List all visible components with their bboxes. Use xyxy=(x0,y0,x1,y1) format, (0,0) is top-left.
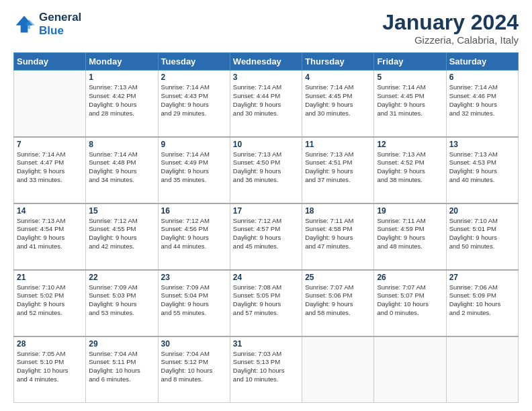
calendar-week-row-1: 1Sunrise: 7:13 AM Sunset: 4:42 PM Daylig… xyxy=(14,71,519,137)
day-number: 6 xyxy=(449,73,515,82)
calendar-cell: 29Sunrise: 7:04 AM Sunset: 5:11 PM Dayli… xyxy=(86,336,158,403)
calendar-cell: 21Sunrise: 7:10 AM Sunset: 5:02 PM Dayli… xyxy=(14,270,86,336)
day-number: 28 xyxy=(17,339,83,349)
day-number: 2 xyxy=(161,73,227,82)
calendar-cell: 1Sunrise: 7:13 AM Sunset: 4:42 PM Daylig… xyxy=(86,71,158,137)
day-info: Sunrise: 7:13 AM Sunset: 4:42 PM Dayligh… xyxy=(89,83,154,118)
day-number: 26 xyxy=(377,273,443,282)
col-saturday: Saturday xyxy=(446,53,518,71)
col-monday: Monday xyxy=(86,53,158,71)
calendar-table: Sunday Monday Tuesday Wednesday Thursday… xyxy=(13,52,519,403)
header: General Blue January 2024 Gizzeria, Cala… xyxy=(13,11,519,46)
logo-text: General Blue xyxy=(39,11,81,37)
calendar-cell: 14Sunrise: 7:13 AM Sunset: 4:54 PM Dayli… xyxy=(14,203,86,270)
calendar-cell: 27Sunrise: 7:06 AM Sunset: 5:09 PM Dayli… xyxy=(446,270,518,336)
day-info: Sunrise: 7:07 AM Sunset: 5:06 PM Dayligh… xyxy=(305,283,371,318)
day-number: 16 xyxy=(161,206,227,216)
calendar-cell: 13Sunrise: 7:13 AM Sunset: 4:53 PM Dayli… xyxy=(446,137,518,203)
calendar-cell: 18Sunrise: 7:11 AM Sunset: 4:58 PM Dayli… xyxy=(302,203,374,270)
day-number: 4 xyxy=(305,73,371,82)
calendar-cell xyxy=(14,71,86,137)
calendar-cell xyxy=(374,336,446,403)
day-info: Sunrise: 7:12 AM Sunset: 4:56 PM Dayligh… xyxy=(161,217,227,251)
calendar-cell: 23Sunrise: 7:09 AM Sunset: 5:04 PM Dayli… xyxy=(158,270,230,336)
calendar-cell: 28Sunrise: 7:05 AM Sunset: 5:10 PM Dayli… xyxy=(14,336,86,403)
calendar-cell: 16Sunrise: 7:12 AM Sunset: 4:56 PM Dayli… xyxy=(158,203,230,270)
day-info: Sunrise: 7:07 AM Sunset: 5:07 PM Dayligh… xyxy=(377,283,443,318)
calendar-week-row-3: 14Sunrise: 7:13 AM Sunset: 4:54 PM Dayli… xyxy=(14,203,519,270)
calendar-cell: 31Sunrise: 7:03 AM Sunset: 5:13 PM Dayli… xyxy=(230,336,302,403)
day-info: Sunrise: 7:08 AM Sunset: 5:05 PM Dayligh… xyxy=(233,283,299,318)
day-info: Sunrise: 7:03 AM Sunset: 5:13 PM Dayligh… xyxy=(233,350,299,384)
calendar-cell: 25Sunrise: 7:07 AM Sunset: 5:06 PM Dayli… xyxy=(302,270,374,336)
calendar-cell: 30Sunrise: 7:04 AM Sunset: 5:12 PM Dayli… xyxy=(158,336,230,403)
day-number: 24 xyxy=(233,273,299,282)
calendar-week-row-2: 7Sunrise: 7:14 AM Sunset: 4:47 PM Daylig… xyxy=(14,137,519,203)
day-info: Sunrise: 7:14 AM Sunset: 4:44 PM Dayligh… xyxy=(233,83,299,118)
day-number: 11 xyxy=(305,140,371,149)
col-wednesday: Wednesday xyxy=(230,53,302,71)
day-info: Sunrise: 7:04 AM Sunset: 5:12 PM Dayligh… xyxy=(161,350,227,384)
day-number: 9 xyxy=(161,140,227,149)
calendar-cell: 11Sunrise: 7:13 AM Sunset: 4:51 PM Dayli… xyxy=(302,137,374,203)
calendar-cell: 15Sunrise: 7:12 AM Sunset: 4:55 PM Dayli… xyxy=(86,203,158,270)
day-number: 10 xyxy=(233,140,299,149)
day-info: Sunrise: 7:13 AM Sunset: 4:52 PM Dayligh… xyxy=(377,150,443,185)
day-info: Sunrise: 7:14 AM Sunset: 4:45 PM Dayligh… xyxy=(305,83,371,118)
day-info: Sunrise: 7:14 AM Sunset: 4:48 PM Dayligh… xyxy=(89,150,154,185)
calendar-cell: 4Sunrise: 7:14 AM Sunset: 4:45 PM Daylig… xyxy=(302,71,374,137)
day-info: Sunrise: 7:05 AM Sunset: 5:10 PM Dayligh… xyxy=(17,350,83,384)
day-number: 13 xyxy=(449,140,515,149)
day-number: 20 xyxy=(449,206,515,216)
day-info: Sunrise: 7:14 AM Sunset: 4:43 PM Dayligh… xyxy=(161,83,227,118)
calendar-cell: 8Sunrise: 7:14 AM Sunset: 4:48 PM Daylig… xyxy=(86,137,158,203)
day-info: Sunrise: 7:11 AM Sunset: 4:58 PM Dayligh… xyxy=(305,217,371,251)
day-info: Sunrise: 7:14 AM Sunset: 4:46 PM Dayligh… xyxy=(449,83,515,118)
day-number: 15 xyxy=(89,206,154,216)
calendar-cell: 20Sunrise: 7:10 AM Sunset: 5:01 PM Dayli… xyxy=(446,203,518,270)
calendar-week-row-5: 28Sunrise: 7:05 AM Sunset: 5:10 PM Dayli… xyxy=(14,336,519,403)
col-friday: Friday xyxy=(374,53,446,71)
day-number: 22 xyxy=(89,273,154,282)
day-number: 29 xyxy=(89,339,154,349)
day-info: Sunrise: 7:12 AM Sunset: 4:55 PM Dayligh… xyxy=(89,217,154,251)
day-number: 18 xyxy=(305,206,371,216)
day-info: Sunrise: 7:12 AM Sunset: 4:57 PM Dayligh… xyxy=(233,217,299,251)
day-info: Sunrise: 7:13 AM Sunset: 4:50 PM Dayligh… xyxy=(233,150,299,185)
day-info: Sunrise: 7:14 AM Sunset: 4:45 PM Dayligh… xyxy=(377,83,443,118)
day-number: 21 xyxy=(17,273,83,282)
day-info: Sunrise: 7:11 AM Sunset: 4:59 PM Dayligh… xyxy=(377,217,443,251)
calendar-week-row-4: 21Sunrise: 7:10 AM Sunset: 5:02 PM Dayli… xyxy=(14,270,519,336)
calendar-cell: 5Sunrise: 7:14 AM Sunset: 4:45 PM Daylig… xyxy=(374,71,446,137)
calendar-cell: 9Sunrise: 7:14 AM Sunset: 4:49 PM Daylig… xyxy=(158,137,230,203)
calendar-cell: 22Sunrise: 7:09 AM Sunset: 5:03 PM Dayli… xyxy=(86,270,158,336)
day-number: 12 xyxy=(377,140,443,149)
day-info: Sunrise: 7:13 AM Sunset: 4:53 PM Dayligh… xyxy=(449,150,515,185)
day-number: 23 xyxy=(161,273,227,282)
logo: General Blue xyxy=(13,11,81,37)
calendar-cell: 24Sunrise: 7:08 AM Sunset: 5:05 PM Dayli… xyxy=(230,270,302,336)
col-thursday: Thursday xyxy=(302,53,374,71)
main-title: January 2024 xyxy=(382,11,519,34)
day-info: Sunrise: 7:10 AM Sunset: 5:02 PM Dayligh… xyxy=(17,283,83,318)
day-info: Sunrise: 7:13 AM Sunset: 4:51 PM Dayligh… xyxy=(305,150,371,185)
day-number: 30 xyxy=(161,339,227,349)
day-info: Sunrise: 7:13 AM Sunset: 4:54 PM Dayligh… xyxy=(17,217,83,251)
day-info: Sunrise: 7:09 AM Sunset: 5:04 PM Dayligh… xyxy=(161,283,227,318)
calendar-cell: 3Sunrise: 7:14 AM Sunset: 4:44 PM Daylig… xyxy=(230,71,302,137)
day-info: Sunrise: 7:06 AM Sunset: 5:09 PM Dayligh… xyxy=(449,283,515,318)
calendar-cell: 2Sunrise: 7:14 AM Sunset: 4:43 PM Daylig… xyxy=(158,71,230,137)
day-number: 31 xyxy=(233,339,299,349)
logo-icon xyxy=(13,13,35,35)
day-number: 17 xyxy=(233,206,299,216)
day-number: 14 xyxy=(17,206,83,216)
calendar-header-row: Sunday Monday Tuesday Wednesday Thursday… xyxy=(14,53,519,71)
calendar-cell: 19Sunrise: 7:11 AM Sunset: 4:59 PM Dayli… xyxy=(374,203,446,270)
day-number: 1 xyxy=(89,73,154,82)
day-number: 19 xyxy=(377,206,443,216)
calendar-cell: 7Sunrise: 7:14 AM Sunset: 4:47 PM Daylig… xyxy=(14,137,86,203)
calendar-cell: 17Sunrise: 7:12 AM Sunset: 4:57 PM Dayli… xyxy=(230,203,302,270)
day-number: 25 xyxy=(305,273,371,282)
day-info: Sunrise: 7:14 AM Sunset: 4:47 PM Dayligh… xyxy=(17,150,83,185)
calendar-cell: 6Sunrise: 7:14 AM Sunset: 4:46 PM Daylig… xyxy=(446,71,518,137)
